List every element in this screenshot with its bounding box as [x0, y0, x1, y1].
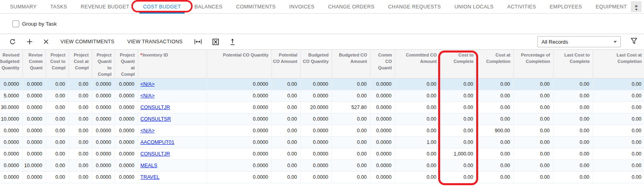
tab-label: SUMMARY — [10, 4, 36, 10]
cell-project-quanti-to-compl: 0.0000 — [92, 113, 115, 125]
cell-cost-to-complete: 1,000.00 — [440, 148, 477, 160]
cell-project-cost-to-compl: 0.00 — [46, 79, 68, 90]
cell-potential-co-amount: 0.00 — [272, 90, 300, 102]
inventory-id-link[interactable]: CONSULTSR — [141, 116, 171, 122]
table-row[interactable]: 5.00000.00000.000.000.00000.0000<N/A>0.0… — [0, 90, 644, 102]
tab-cost-budget[interactable]: COST BUDGET — [136, 0, 187, 13]
tab-label: INVOICES — [289, 4, 314, 10]
refresh-button[interactable] — [4, 34, 21, 49]
col-potential-co-amount[interactable]: Potential CO Amount — [272, 50, 300, 79]
export-excel-button[interactable] — [207, 34, 224, 49]
cell-project-cost-to-compl: 0.00 — [46, 102, 68, 113]
col-cost-to-complete[interactable]: Cost to Complete — [440, 50, 477, 79]
cell-budgeted-co-quantity: 0.0000 — [300, 79, 332, 90]
col-project-cost-to-compl[interactable]: Project Cost to Compl — [46, 50, 68, 79]
tab-change-requests[interactable]: CHANGE REQUESTS — [381, 0, 448, 13]
cell-inventory-id: MEALS — [138, 160, 207, 172]
cell-percentage-of-completion: 0.00 — [513, 172, 553, 183]
cell-cost-to-complete: 0.00 — [440, 102, 477, 113]
inventory-id-link[interactable]: CONSULTJR — [141, 105, 170, 110]
inventory-id-link[interactable]: <N/A> — [141, 93, 155, 99]
cell-last-cost-to-complete: 0.00 — [553, 79, 593, 90]
tab-union-locals[interactable]: UNION LOCALS — [448, 0, 501, 13]
tab-tasks[interactable]: TASKS — [43, 0, 74, 13]
dropdown-caret-icon — [614, 41, 617, 43]
table-row[interactable]: 0.00000.00000.000.000.00000.0000<N/A>0.0… — [0, 79, 644, 90]
inventory-id-link[interactable]: <N/A> — [141, 81, 155, 87]
table-row[interactable]: 0.00000.00000.000.000.00000.0000TRAVEL0.… — [0, 172, 644, 183]
cell-revise-comm-quant: 0.0000 — [22, 137, 46, 148]
tab-overflow-button[interactable]: » — [631, 1, 642, 12]
col-cost-at-completion[interactable]: Cost at Completion — [477, 50, 513, 79]
cell-revised-budgeted-quantity: 0.0000 — [0, 79, 22, 90]
upload-button[interactable] — [224, 34, 241, 49]
table-row[interactable]: 0.000010.00000.000.000.00000.0000MEALS0.… — [0, 160, 644, 172]
add-row-button[interactable] — [21, 34, 38, 49]
table-row[interactable]: 0.00000.00000.000.000.00000.0000AACOMPUT… — [0, 137, 644, 148]
inventory-id-link[interactable]: CONSULTJR — [141, 151, 170, 157]
inventory-id-link[interactable]: AACOMPUT01 — [141, 139, 175, 145]
col-last-cost-to-complete[interactable]: Last Cost to Complete — [553, 50, 593, 79]
cell-budgeted-co-amount: 0.00 — [332, 160, 370, 172]
cell-potential-co-amount: 0.00 — [272, 113, 300, 125]
table-row[interactable]: 10.00000.00000.000.000.00000.0000CONSULT… — [0, 113, 644, 125]
fit-width-button[interactable] — [189, 34, 207, 49]
tab-change-orders[interactable]: CHANGE ORDERS — [321, 0, 381, 13]
tab-equipment[interactable]: EQUIPMENT — [589, 0, 634, 13]
inventory-id-link[interactable]: TRAVEL — [141, 174, 160, 180]
tab-overflow-icon: » — [635, 3, 638, 8]
col-budgeted-co-quantity[interactable]: Budgeted CO Quantity — [300, 50, 332, 79]
col-percentage-of-completion[interactable]: Percentage of Completion — [513, 50, 553, 79]
tab-balances[interactable]: BALANCES — [188, 0, 229, 13]
col-committed-co-amount[interactable]: Committed CO Amount — [395, 50, 440, 79]
cell-percentage-of-completion: 0.00 — [513, 148, 553, 160]
cell-committed-co-amount: 0.00 — [395, 102, 440, 113]
tab-summary[interactable]: SUMMARY — [3, 0, 43, 13]
tab-invoices[interactable]: INVOICES — [282, 0, 321, 13]
cell-comm-co-quanti: 0.0000 — [370, 172, 395, 183]
tab-revenue-budget[interactable]: REVENUE BUDGET — [74, 0, 137, 13]
inventory-id-link[interactable]: MEALS — [141, 163, 157, 168]
cell-revised-budgeted-quantity: 0.0000 — [0, 160, 22, 172]
col-revised-budgeted-quantity[interactable]: Revised Budgeted Quantity — [0, 50, 22, 79]
tab-commitments[interactable]: COMMITMENTS — [229, 0, 283, 13]
cell-percentage-of-completion: 0.00 — [513, 160, 553, 172]
cell-revised-budgeted-quantity: 30.0000 — [0, 102, 22, 113]
col-comm-co-quanti[interactable]: Comm CO Quanti — [370, 50, 395, 79]
table-row[interactable]: 30.00000.00000.000.000.00000.0000CONSULT… — [0, 102, 644, 113]
filter-icon — [630, 37, 638, 44]
col-revise-comm-quant[interactable]: Revise Comm Quant — [22, 50, 46, 79]
cell-percentage-of-completion: 0.00 — [513, 113, 553, 125]
cell-potential-co-quantity: 0.0000 — [207, 148, 272, 160]
col-project-quanti-at-compl[interactable]: Project Quanti at Compl — [115, 50, 138, 79]
cell-budgeted-co-quantity: 0.0000 — [300, 113, 332, 125]
tab-activities[interactable]: ACTIVITIES — [501, 0, 543, 13]
budget-table: Revised Budgeted QuantityRevise Comm Qua… — [0, 49, 644, 183]
table-row[interactable]: 0.00000.00000.000.000.00000.0000CONSULTJ… — [0, 148, 644, 160]
cell-inventory-id: <N/A> — [138, 90, 207, 102]
cell-budgeted-co-amount: 0.00 — [332, 137, 370, 148]
view-transactions-button[interactable]: VIEW TRANSACTIONS — [121, 34, 189, 49]
col-budgeted-co-amount[interactable]: Budgeted CO Amount — [332, 50, 370, 79]
view-commitments-button[interactable]: VIEW COMMITMENTS — [54, 34, 121, 49]
cell-project-cost-to-compl: 0.00 — [46, 148, 68, 160]
cell-percentage-of-completion: 0.00 — [513, 137, 553, 148]
col-project-cost-at-compl[interactable]: Project Cost at Compl — [68, 50, 92, 79]
group-by-task-checkbox[interactable] — [12, 20, 19, 27]
col-last-cost-at-completion[interactable]: Last Cost at Completion — [593, 50, 644, 79]
cell-inventory-id: <N/A> — [138, 125, 207, 137]
cell-potential-co-amount: 0.00 — [272, 102, 300, 113]
inventory-id-link[interactable]: <N/A> — [141, 128, 155, 133]
tab-bar: SUMMARYTASKSREVENUE BUDGETCOST BUDGETBAL… — [0, 0, 644, 14]
col-project-quanti-to-compl[interactable]: Project Quanti to Compl — [92, 50, 115, 79]
cell-revised-budgeted-quantity: 0.0000 — [0, 148, 22, 160]
cell-last-cost-at-completion: 0.00 — [593, 90, 644, 102]
records-filter-select[interactable]: All Records — [537, 36, 621, 47]
col-inventory-id[interactable]: *Inventory ID — [138, 50, 207, 79]
cell-budgeted-co-amount: 0.00 — [332, 125, 370, 137]
col-potential-co-quantity[interactable]: Potential CO Quantity — [207, 50, 272, 79]
table-row[interactable]: 0.00000.00000.000.000.00000.0000<N/A>0.0… — [0, 125, 644, 137]
tab-employees[interactable]: EMPLOYEES — [543, 0, 589, 13]
filter-settings-button[interactable] — [630, 37, 638, 46]
delete-row-button[interactable] — [38, 34, 54, 49]
